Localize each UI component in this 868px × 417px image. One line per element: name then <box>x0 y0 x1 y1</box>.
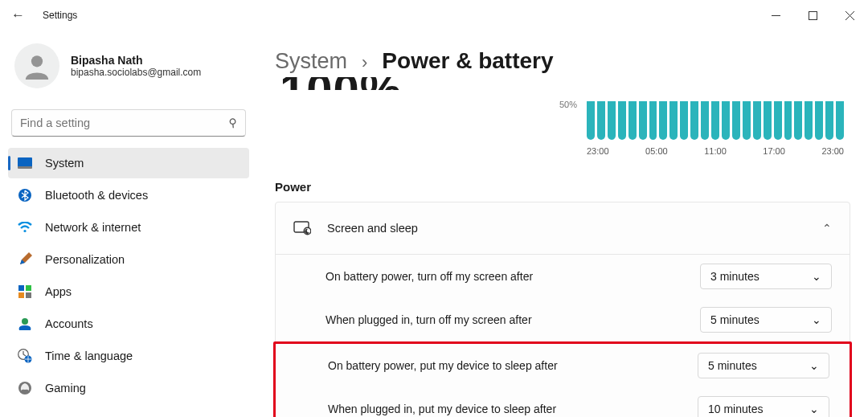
page-title: Power & battery <box>382 48 553 74</box>
setting-row-sleep-battery: On battery power, put my device to sleep… <box>278 344 847 387</box>
sidebar-item-bluetooth[interactable]: Bluetooth & devices <box>8 180 249 211</box>
window-controls <box>757 2 868 28</box>
sidebar-item-label: Bluetooth & devices <box>45 189 148 202</box>
sidebar-item-personalization[interactable]: Personalization <box>8 244 249 275</box>
close-button[interactable] <box>831 2 868 28</box>
sidebar-item-label: Network & internet <box>45 221 141 234</box>
setting-label: On battery power, turn off my screen aft… <box>326 270 687 283</box>
section-title: Power <box>275 180 850 194</box>
chart-bar <box>608 101 616 140</box>
chart-bar <box>815 101 823 140</box>
svg-rect-1 <box>809 11 817 19</box>
chart-bar <box>597 101 605 140</box>
chevron-down-icon: ⌄ <box>809 359 819 372</box>
svg-rect-6 <box>18 166 32 169</box>
x-axis-label: 23:00 <box>587 146 609 156</box>
avatar <box>14 43 59 88</box>
chart-bar <box>639 101 647 140</box>
clock-globe-icon <box>18 349 32 363</box>
person-icon <box>23 52 51 80</box>
chart-bar <box>732 101 740 140</box>
sleep-battery-dropdown[interactable]: 5 minutes ⌄ <box>698 353 829 378</box>
sidebar-item-apps[interactable]: Apps <box>8 276 249 307</box>
sidebar-item-label: Apps <box>45 285 72 298</box>
battery-level-truncated: 100% <box>275 77 850 90</box>
sidebar-item-label: Gaming <box>45 382 86 395</box>
sleep-plugged-dropdown[interactable]: 10 minutes ⌄ <box>698 396 829 417</box>
wifi-icon <box>18 220 32 235</box>
chevron-down-icon: ⌄ <box>809 403 819 415</box>
x-axis-label: 23:00 <box>821 146 844 156</box>
dropdown-value: 5 minutes <box>708 359 757 372</box>
chart-bar <box>805 101 813 140</box>
screen-sleep-icon <box>293 219 311 237</box>
setting-label: When plugged in, put my device to sleep … <box>328 403 685 415</box>
svg-point-13 <box>22 318 28 325</box>
nav-list: System Bluetooth & devices Network & int… <box>5 148 252 403</box>
chart-bar <box>774 101 782 140</box>
sidebar-item-label: Personalization <box>45 253 125 266</box>
sidebar-item-accounts[interactable]: Accounts <box>8 309 249 339</box>
chart-bar <box>836 101 844 140</box>
chart-bar <box>690 101 698 140</box>
sidebar-item-gaming[interactable]: Gaming <box>8 373 249 403</box>
search-field[interactable]: ⚲ <box>11 109 246 137</box>
window-title: Settings <box>43 10 77 21</box>
screen-plugged-dropdown[interactable]: 5 minutes ⌄ <box>700 307 832 333</box>
chart-bar <box>743 101 751 140</box>
account-icon <box>18 317 32 331</box>
setting-label: When plugged in, turn off my screen afte… <box>326 313 687 326</box>
chart-bar <box>764 101 772 140</box>
chevron-down-icon: ⌄ <box>812 270 821 283</box>
sidebar-item-label: Accounts <box>45 317 93 330</box>
svg-rect-9 <box>18 285 24 291</box>
chart-bar <box>753 101 761 140</box>
svg-point-8 <box>23 230 26 232</box>
brush-icon <box>18 252 32 267</box>
x-axis-label: 11:00 <box>704 146 727 156</box>
card-title: Screen and sleep <box>327 222 806 235</box>
chart-bar <box>825 101 833 140</box>
svg-point-4 <box>31 55 43 67</box>
chart-bar <box>701 101 709 140</box>
svg-rect-11 <box>18 292 24 298</box>
chevron-up-icon: ⌃ <box>822 222 832 235</box>
breadcrumb-parent[interactable]: System <box>275 49 347 74</box>
apps-icon <box>18 284 32 299</box>
svg-rect-12 <box>26 292 31 298</box>
chart-bar <box>649 101 657 140</box>
sidebar-item-network[interactable]: Network & internet <box>8 212 249 243</box>
minimize-button[interactable] <box>757 2 794 28</box>
highlight-box: On battery power, put my device to sleep… <box>273 341 852 417</box>
search-input[interactable] <box>20 117 229 129</box>
gaming-icon <box>18 381 32 395</box>
dropdown-value: 10 minutes <box>708 403 763 415</box>
screen-sleep-card: Screen and sleep ⌃ On battery power, tur… <box>275 202 850 417</box>
x-axis-label: 05:00 <box>645 146 668 156</box>
chart-bar <box>722 101 730 140</box>
breadcrumb: System › Power & battery <box>275 48 850 74</box>
chart-bar <box>794 101 802 140</box>
svg-rect-10 <box>26 285 31 291</box>
chart-bar <box>618 101 626 140</box>
search-icon: ⚲ <box>228 117 237 130</box>
chart-y-label: 50% <box>559 100 577 109</box>
screen-sleep-header[interactable]: Screen and sleep ⌃ <box>276 202 850 254</box>
bluetooth-icon <box>18 188 32 202</box>
chart-bar <box>628 101 637 140</box>
sidebar-item-time-language[interactable]: Time & language <box>8 341 249 371</box>
back-button[interactable]: ← <box>11 7 25 23</box>
sidebar-item-system[interactable]: System <box>8 148 249 178</box>
setting-label: On battery power, put my device to sleep… <box>328 359 685 372</box>
maximize-button[interactable] <box>794 2 831 28</box>
sidebar-item-label: System <box>45 157 84 170</box>
svg-rect-5 <box>18 157 32 167</box>
screen-battery-dropdown[interactable]: 3 minutes ⌄ <box>700 264 832 289</box>
main-content: System › Power & battery 100% 50% 23:000… <box>257 31 868 417</box>
profile-block[interactable]: Bipasha Nath bipasha.sociolabs@gmail.com <box>5 35 252 104</box>
sidebar: Bipasha Nath bipasha.sociolabs@gmail.com… <box>0 31 257 417</box>
profile-email: bipasha.sociolabs@gmail.com <box>71 67 201 78</box>
display-icon <box>18 156 32 170</box>
x-axis-label: 17:00 <box>763 146 785 156</box>
chart-bar <box>659 101 667 140</box>
